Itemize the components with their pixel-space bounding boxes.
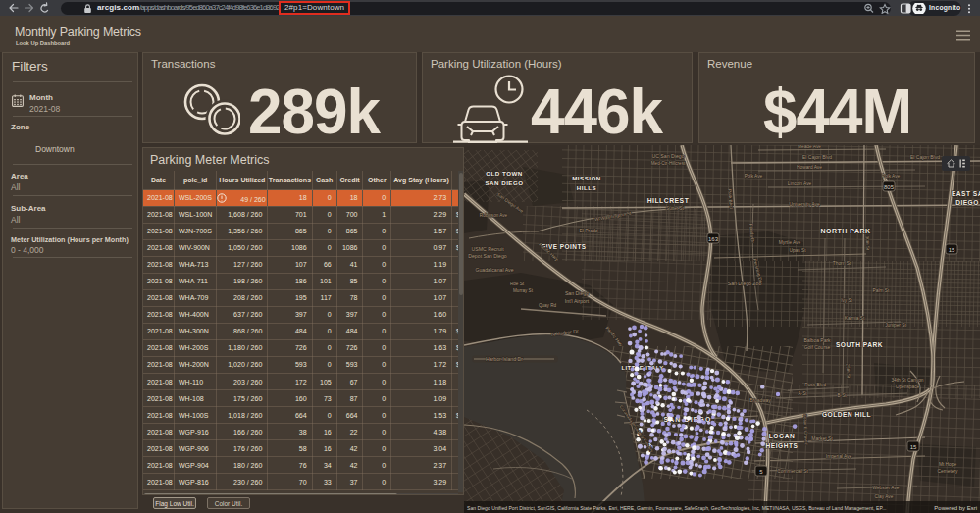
svg-text:Howard Ave: Howard Ave bbox=[797, 165, 822, 170]
svg-text:Int'l Airport: Int'l Airport bbox=[565, 298, 590, 304]
svg-text:MISSION: MISSION bbox=[572, 175, 601, 181]
svg-text:805: 805 bbox=[884, 184, 895, 190]
svg-text:Imperial Ave: Imperial Ave bbox=[826, 454, 852, 459]
svg-text:Balboa Park: Balboa Park bbox=[803, 337, 831, 343]
svg-text:Kalmia St: Kalmia St bbox=[845, 316, 865, 321]
svg-text:A-St: A-St bbox=[799, 391, 808, 396]
svg-text:SOUTH PARK: SOUTH PARK bbox=[836, 341, 883, 348]
svg-text:Harbor Island Dr: Harbor Island Dr bbox=[486, 356, 523, 362]
svg-text:163: 163 bbox=[708, 236, 719, 242]
svg-text:Juniper St: Juniper St bbox=[885, 323, 906, 328]
svg-text:15: 15 bbox=[910, 444, 917, 450]
svg-text:Golf Course: Golf Course bbox=[804, 344, 831, 350]
svg-text:Thorn St: Thorn St bbox=[833, 261, 851, 266]
svg-text:El Prado: El Prado bbox=[579, 228, 597, 233]
svg-text:UC San Diego: UC San Diego bbox=[651, 153, 684, 159]
svg-text:Powered by Esri: Powered by Esri bbox=[934, 505, 977, 511]
svg-text:Ivy St: Ivy St bbox=[841, 298, 852, 303]
svg-text:San Diego Unified Port Distric: San Diego Unified Port District, SanGIS,… bbox=[467, 505, 886, 511]
svg-text:San Diego: San Diego bbox=[565, 290, 589, 296]
svg-text:15: 15 bbox=[949, 247, 955, 253]
svg-text:Openspace: Openspace bbox=[896, 385, 920, 389]
svg-text:GOLDEN HILL: GOLDEN HILL bbox=[822, 411, 871, 418]
svg-text:HILLCREST: HILLCREST bbox=[647, 197, 690, 204]
svg-text:OLD TOWN: OLD TOWN bbox=[486, 170, 523, 177]
svg-text:SAN DIEGO: SAN DIEGO bbox=[485, 180, 523, 186]
svg-text:34th St Canyon: 34th St Canyon bbox=[891, 378, 923, 383]
svg-text:Broadway: Broadway bbox=[749, 398, 771, 403]
svg-text:Robinson Ave: Robinson Ave bbox=[480, 213, 508, 218]
svg-text:Sutter St: Sutter St bbox=[666, 206, 685, 211]
svg-text:University Ave: University Ave bbox=[789, 201, 820, 207]
svg-text:Murray St: Murray St bbox=[513, 288, 534, 293]
svg-text:HILLS: HILLS bbox=[577, 184, 596, 191]
svg-text:Russ Blvd: Russ Blvd bbox=[804, 383, 826, 387]
svg-text:Myrtle Ave: Myrtle Ave bbox=[779, 240, 801, 245]
svg-text:Guadalcanal Ave: Guadalcanal Ave bbox=[475, 267, 513, 273]
svg-text:30th St: 30th St bbox=[865, 236, 871, 252]
svg-text:Upas St: Upas St bbox=[789, 248, 806, 253]
svg-text:Depot San Diego: Depot San Diego bbox=[468, 253, 507, 259]
svg-text:EAST SA: EAST SA bbox=[952, 190, 980, 197]
svg-text:USMC Recruit: USMC Recruit bbox=[471, 246, 504, 252]
svg-text:Mt Hope: Mt Hope bbox=[939, 462, 956, 467]
svg-text:San Diego Zoo: San Diego Zoo bbox=[728, 281, 762, 286]
svg-text:B-St: B-St bbox=[838, 393, 848, 398]
svg-text:Cemetery: Cemetery bbox=[938, 469, 958, 474]
svg-text:Palm St: Palm St bbox=[873, 288, 890, 293]
svg-text:Commercial St: Commercial St bbox=[777, 469, 808, 474]
svg-text:Webster Ave: Webster Ave bbox=[872, 486, 899, 490]
svg-text:Market St: Market St bbox=[811, 436, 833, 441]
svg-text:Polk Ave: Polk Ave bbox=[882, 174, 901, 179]
svg-text:DIEGO: DIEGO bbox=[955, 199, 979, 206]
svg-text:El Cajon Blvd: El Cajon Blvd bbox=[910, 154, 940, 160]
svg-text:Meade Ave: Meade Ave bbox=[798, 145, 821, 149]
svg-text:LOGAN: LOGAN bbox=[769, 433, 795, 439]
svg-text:Roe St: Roe St bbox=[510, 282, 525, 286]
svg-text:Polk Ave: Polk Ave bbox=[745, 174, 763, 179]
svg-text:Clay Ave: Clay Ave bbox=[875, 494, 894, 499]
svg-text:25th St: 25th St bbox=[846, 364, 851, 380]
svg-text:NORTH PARK: NORTH PARK bbox=[820, 228, 870, 234]
svg-text:El Cajon Blvd: El Cajon Blvd bbox=[802, 154, 832, 160]
svg-text:Lincoln Ave: Lincoln Ave bbox=[788, 181, 812, 186]
svg-text:HEIGHTS: HEIGHTS bbox=[766, 442, 799, 449]
svg-text:Quay Rd: Quay Rd bbox=[539, 303, 557, 308]
svg-text:Med-Ctr-Hillcrest: Med-Ctr-Hillcrest bbox=[651, 161, 686, 166]
